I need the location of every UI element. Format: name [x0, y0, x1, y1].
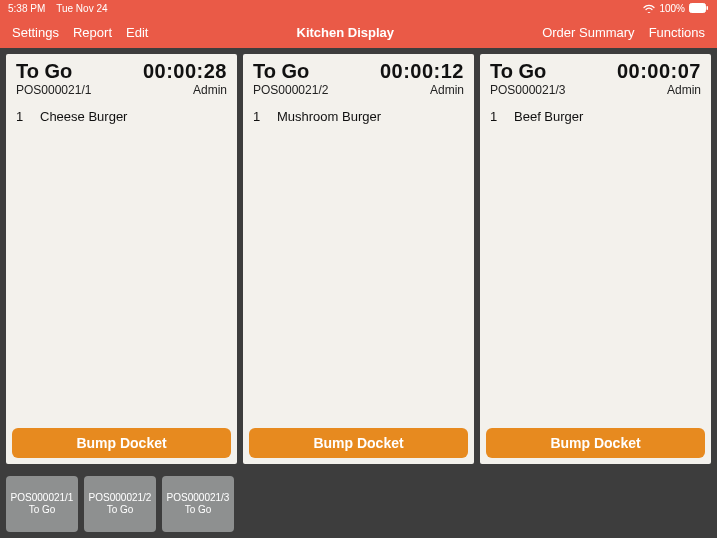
bump-docket-button[interactable]: Bump Docket	[249, 428, 468, 458]
bump-docket-button[interactable]: Bump Docket	[486, 428, 705, 458]
docket-item-qty: 1	[16, 109, 28, 124]
docket-items: 1 Beef Burger	[480, 101, 711, 422]
docket-card[interactable]: To Go 00:00:07 POS000021/3 Admin 1 Beef …	[480, 54, 711, 464]
docket-timer: 00:00:07	[617, 60, 701, 83]
docket-ref: POS000021/3	[490, 83, 565, 97]
docket-items: 1 Mushroom Burger	[243, 101, 474, 422]
status-date: Tue Nov 24	[56, 3, 107, 14]
status-bar: 5:38 PM Tue Nov 24 100%	[0, 0, 717, 16]
docket-type: To Go	[253, 60, 309, 83]
thumb-ref: POS000021/2	[89, 492, 152, 504]
svg-rect-1	[707, 6, 709, 10]
docket-header: To Go 00:00:28 POS000021/1 Admin	[6, 54, 237, 101]
docket-item: 1 Beef Burger	[490, 109, 701, 124]
thumb-ref: POS000021/3	[167, 492, 230, 504]
docket-type: To Go	[16, 60, 72, 83]
wifi-icon	[643, 4, 655, 13]
docket-item-name: Mushroom Burger	[277, 109, 381, 124]
docket-thumb[interactable]: POS000021/2 To Go	[84, 476, 156, 532]
status-battery-text: 100%	[659, 3, 685, 14]
docket-staff: Admin	[667, 83, 701, 97]
status-time: 5:38 PM	[8, 3, 45, 14]
docket-item-name: Beef Burger	[514, 109, 583, 124]
docket-ref: POS000021/1	[16, 83, 91, 97]
docket-card[interactable]: To Go 00:00:12 POS000021/2 Admin 1 Mushr…	[243, 54, 474, 464]
docket-staff: Admin	[430, 83, 464, 97]
nav-edit[interactable]: Edit	[126, 25, 148, 40]
status-time-date: 5:38 PM Tue Nov 24	[8, 3, 108, 14]
docket-thumb[interactable]: POS000021/3 To Go	[162, 476, 234, 532]
docket-area: To Go 00:00:28 POS000021/1 Admin 1 Chees…	[0, 48, 717, 470]
thumb-bar: POS000021/1 To Go POS000021/2 To Go POS0…	[0, 470, 717, 538]
nav-settings[interactable]: Settings	[12, 25, 59, 40]
battery-icon	[689, 3, 709, 13]
nav-functions[interactable]: Functions	[649, 25, 705, 40]
thumb-type: To Go	[107, 504, 134, 516]
svg-rect-0	[690, 4, 706, 13]
nav-bar: Settings Report Edit Kitchen Display Ord…	[0, 16, 717, 48]
docket-item: 1 Cheese Burger	[16, 109, 227, 124]
docket-timer: 00:00:28	[143, 60, 227, 83]
docket-card[interactable]: To Go 00:00:28 POS000021/1 Admin 1 Chees…	[6, 54, 237, 464]
bump-docket-button[interactable]: Bump Docket	[12, 428, 231, 458]
status-right: 100%	[643, 3, 709, 14]
docket-staff: Admin	[193, 83, 227, 97]
thumb-type: To Go	[185, 504, 212, 516]
docket-ref: POS000021/2	[253, 83, 328, 97]
docket-item-qty: 1	[490, 109, 502, 124]
docket-timer: 00:00:12	[380, 60, 464, 83]
thumb-ref: POS000021/1	[11, 492, 74, 504]
thumb-type: To Go	[29, 504, 56, 516]
docket-item-name: Cheese Burger	[40, 109, 127, 124]
docket-type: To Go	[490, 60, 546, 83]
docket-header: To Go 00:00:07 POS000021/3 Admin	[480, 54, 711, 101]
docket-items: 1 Cheese Burger	[6, 101, 237, 422]
docket-item: 1 Mushroom Burger	[253, 109, 464, 124]
nav-report[interactable]: Report	[73, 25, 112, 40]
nav-order-summary[interactable]: Order Summary	[542, 25, 634, 40]
page-title: Kitchen Display	[148, 25, 542, 40]
docket-item-qty: 1	[253, 109, 265, 124]
docket-header: To Go 00:00:12 POS000021/2 Admin	[243, 54, 474, 101]
docket-thumb[interactable]: POS000021/1 To Go	[6, 476, 78, 532]
